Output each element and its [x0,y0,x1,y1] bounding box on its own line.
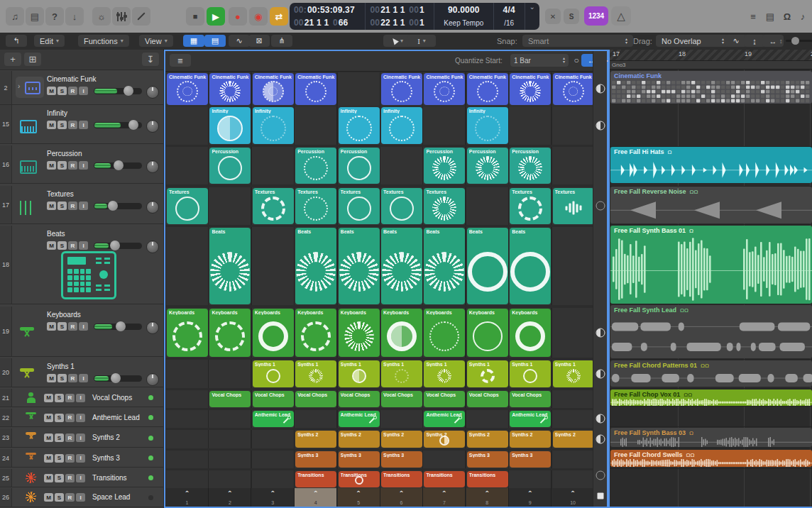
loop-cell-vocal-chops-col3[interactable]: Vocal Chops [253,391,294,407]
mute-button[interactable]: M [47,322,56,331]
track-header-textures[interactable]: 17TexturesMSRI [0,186,163,224]
bar-ruler[interactable]: 1718192 [610,50,812,61]
region-free-fall-synth-bass-01[interactable]: Free Fall Synth Bass 01Ω [610,226,812,304]
input-monitor-button[interactable]: I [79,241,88,250]
loop-cell-anthemic-lead-col7[interactable]: Anthemic Lead [424,411,465,427]
loop-cell-synths-3-col8[interactable]: Synths 3 [467,451,508,468]
volume-slider[interactable] [94,88,142,94]
mute-button[interactable]: M [44,493,53,502]
record-enable-button[interactable]: R [68,374,77,382]
scene-trigger-8[interactable]: ⌃8 [466,488,509,507]
loop-cell-synths-1-col8[interactable]: Synths 1 [467,360,508,387]
region-free-fall-synth-lead[interactable]: Free Fall Synth LeadΩΩ [610,305,812,358]
record-enable-button[interactable]: R [65,474,75,482]
input-monitor-button[interactable]: I [76,474,85,482]
record-enable-button[interactable]: R [68,121,77,129]
loop-cell-synths-3-col6[interactable]: Synths 3 [381,451,422,468]
loop-cell-anthemic-lead-col3[interactable]: Anthemic Lead [253,411,294,427]
track-on-indicator[interactable] [148,475,153,480]
loop-cell-percussion-col7[interactable]: Percussion [424,148,465,184]
region-free-fall-chord-swells[interactable]: Free Fall Chord SwellsΩΩ [610,450,812,467]
loop-cell-infinity-col8[interactable]: Infinity [467,107,508,144]
track-header-keyboards[interactable]: 19KeyboardsMSRI [0,307,163,357]
region-cinematic-funk[interactable]: Cinematic Funk [610,71,812,104]
loop-cell-synths-1-col4[interactable]: Synths 1 [295,360,336,387]
loop-cell-keyboards-col5[interactable]: Keyboards [339,309,380,357]
pencil-icon[interactable] [132,7,150,26]
scene-trigger-3[interactable]: ⌃3 [252,488,295,507]
track-header-beats[interactable]: 18BeatsMSRI [0,226,163,304]
volume-slider[interactable] [94,375,142,382]
loop-cell-cinematic-funk-col10[interactable]: Cinematic Funk [553,73,594,105]
track-header-synths-1[interactable]: 20Synths 1MSRI [0,358,163,387]
mute-button[interactable]: M [47,374,56,382]
pan-knob[interactable] [146,373,159,386]
loop-cell-transitions-col8[interactable]: Transitions [467,471,508,487]
solo-button[interactable]: S [55,414,64,422]
loop-cell-keyboards-col8[interactable]: Keyboards [467,309,508,357]
record-enable-button[interactable]: R [68,201,77,210]
scene-trigger-10[interactable]: ⌃10 [552,488,595,507]
solo-button[interactable]: S [55,434,64,442]
loop-cell-synths-2-col7[interactable]: Synths 2 [424,431,465,448]
loop-cell-keyboards-col2[interactable]: Keyboards [209,309,251,357]
smart-tempo-icon[interactable]: ☼ [92,7,111,26]
region-free-fall-chop-vox-01[interactable]: Free Fall Chop Vox 01ΩΩ [610,390,812,406]
mute-button[interactable]: M [44,414,53,422]
loop-cell-percussion-col9[interactable]: Percussion [510,148,551,184]
row-play-indicator[interactable] [596,121,605,131]
input-monitor-button[interactable]: I [79,322,88,331]
loop-cell-beats-col2[interactable]: Beats [209,228,251,304]
loop-cell-beats-col9[interactable]: Beats [510,228,551,304]
input-monitor-button[interactable]: I [79,87,88,95]
loop-cell-cinematic-funk-col3[interactable]: Cinematic Funk [253,73,294,105]
row-play-indicator[interactable] [596,201,605,211]
loop-cell-cinematic-funk-col6[interactable]: Cinematic Funk [381,73,422,105]
vertical-zoom-slider[interactable]: ↕ [779,38,812,43]
loop-cell-beats-col7[interactable]: Beats [424,228,465,304]
media-browser-icon[interactable]: ♪ [794,7,812,26]
back-button[interactable]: ↰ [6,35,27,47]
loop-cell-percussion-col8[interactable]: Percussion [467,148,508,184]
loop-cell-keyboards-col7[interactable]: Keyboards [424,309,465,357]
volume-slider[interactable] [94,162,142,169]
track-on-indicator[interactable] [148,495,153,500]
track-header-percussion[interactable]: 16PercussionMSRI [0,145,163,184]
loop-cell-textures-col10[interactable]: Textures [553,188,594,224]
grid-view-toggle[interactable]: ▦ [183,35,204,47]
note-pads-icon[interactable]: ▤ [761,7,779,26]
count-in-button[interactable]: 1234 [584,6,608,26]
loop-cell-textures-col4[interactable]: Textures [295,188,336,224]
loop-cell-cinematic-funk-col8[interactable]: Cinematic Funk [467,73,508,105]
mixer-icon[interactable] [112,7,131,26]
loop-cell-vocal-chops-col7[interactable]: Vocal Chops [424,391,465,407]
play-button[interactable]: ▶ [207,7,225,26]
metronome-button[interactable]: △ [611,6,631,26]
solo-button[interactable]: S [55,394,64,402]
input-monitor-button[interactable]: I [79,121,88,129]
pan-knob[interactable] [146,120,159,133]
loop-cell-cinematic-funk-col2[interactable]: Cinematic Funk [209,73,251,105]
track-header-infinity[interactable]: 15InfinityMSRI [0,105,163,144]
loop-cell-synths-3-col4[interactable]: Synths 3 [295,451,336,468]
loop-cell-infinity-col2[interactable]: Infinity [209,107,251,144]
loop-cell-infinity-col6[interactable]: Infinity [381,107,422,144]
cycle-button[interactable]: ⇄ [270,7,288,26]
track-header-synths-2[interactable]: 23MSRISynths 2 [0,429,163,448]
pan-knob[interactable] [146,160,159,173]
stop-button[interactable]: ■ [186,7,204,26]
input-monitor-button[interactable]: I [76,493,85,502]
record-enable-button[interactable]: R [65,493,75,502]
loop-cell-percussion-col5[interactable]: Percussion [339,148,380,184]
ibeam-tool-button[interactable]: I▾ [407,35,436,47]
loop-cell-synths-2-col8[interactable]: Synths 2 [467,431,508,448]
record-enable-button[interactable]: R [68,87,77,95]
record-enable-button[interactable]: R [65,414,75,422]
loop-cell-textures-col5[interactable]: Textures [339,188,380,224]
track-header-cinematic-funk[interactable]: 2Cinematic Funk›MSRI [0,71,163,105]
region-free-fall-hi-hats[interactable]: Free Fall Hi HatsΩ [610,147,812,183]
loop-cell-synths-1-col9[interactable]: Synths 1 [510,360,551,387]
loop-cell-vocal-chops-col6[interactable]: Vocal Chops [381,391,422,407]
loop-cell-vocal-chops-col2[interactable]: Vocal Chops [209,391,251,407]
scene-trigger-9[interactable]: ⌃9 [509,488,552,507]
